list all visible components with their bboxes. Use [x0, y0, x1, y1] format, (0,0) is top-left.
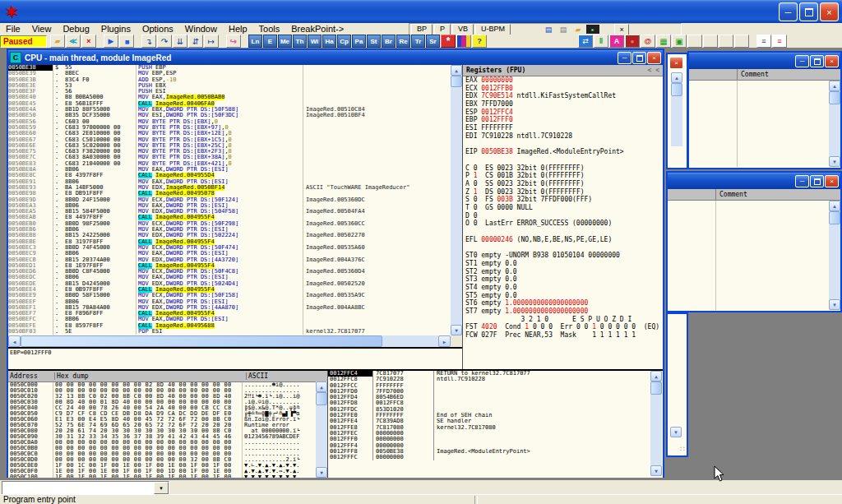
disasm-row[interactable]: 0050BEE9.8B0D 58F15000MOV ECX,DWORD PTR …: [8, 293, 451, 298]
dump-row[interactable]: 0050C08020 20 61 74 20 30 30 30 30 30 30…: [8, 428, 327, 434]
register-line[interactable]: EIP 0050BE38 ImageRed.<ModuleEntryPoint>: [465, 148, 663, 156]
register-line[interactable]: S 0 FS 003B 32bit 7FFDF000(FFF): [465, 196, 663, 204]
register-line[interactable]: A 0 SS 0023 32bit 0(FFFFFFFF): [465, 180, 663, 188]
patches-button[interactable]: Pa: [352, 35, 366, 48]
breakpoint-dot-button[interactable]: ●: [625, 35, 640, 48]
command-input[interactable]: [2, 482, 154, 494]
dump-row[interactable]: 0050C060E1 E3 00 E4 E5 8D 40 00 45 72 72…: [8, 417, 327, 423]
restore-button[interactable]: [799, 2, 818, 21]
call-stack-button[interactable]: St: [367, 35, 381, 48]
comment1-maximize-button[interactable]: [810, 55, 824, 67]
ubpm-button[interactable]: U-BPM: [475, 24, 511, 35]
scroll-thumb[interactable]: [671, 83, 682, 96]
register-line[interactable]: ST3 empty 0.0: [465, 275, 663, 284]
scroll-up-icon[interactable]: ▲: [650, 371, 662, 381]
console-icon[interactable]: ▸: [586, 25, 599, 34]
scroll-up-icon[interactable]: ▲: [671, 72, 682, 83]
disasm-row[interactable]: 0050BE9D.8B0D 24F15000MOV ECX,DWORD PTR …: [8, 197, 451, 203]
cpu-restore-button[interactable]: [632, 52, 646, 64]
log-window-button[interactable]: Ln: [248, 35, 262, 48]
execute-till-return-button[interactable]: ↦: [204, 35, 219, 48]
disasm-row[interactable]: 0050BEA3.8B06MOV EAX,DWORD PTR DS:[ESI]: [8, 203, 451, 209]
register-line[interactable]: 3 2 1 0 E S P U O Z D I: [465, 316, 663, 324]
resize-grip[interactable]: ∷: [680, 445, 685, 453]
scroll-thumb[interactable]: [650, 381, 662, 395]
scroll-up-icon[interactable]: ▲: [829, 81, 840, 91]
help-button[interactable]: ?: [472, 35, 487, 48]
go-to-button[interactable]: ↪: [226, 35, 241, 48]
combobox-dropdown-icon[interactable]: ▼: [154, 482, 169, 494]
dump-row[interactable]: 0050C0A000 00 00 00 00 00 00 00 00 00 00…: [8, 440, 327, 446]
disasm-row[interactable]: 0050BECB.8B15 20374A00MOV EDX,DWORD PTR …: [8, 257, 451, 263]
register-line[interactable]: EAX 00000000: [465, 76, 663, 85]
dump-row[interactable]: 0050C0C000 00 00 00 00 00 00 00 00 00 00…: [8, 451, 327, 457]
register-line[interactable]: ST5 empty 0.0: [465, 292, 663, 300]
disasm-row[interactable]: 0050BEF1.8B15 70A84A00MOV EDX,DWORD PTR …: [8, 305, 451, 311]
disasm-row[interactable]: 0050BE75.C683 F3020000 00MOV BYTE PTR DS…: [8, 149, 451, 155]
disasm-row[interactable]: 0050BE8A.8B06MOV EAX,DWORD PTR DS:[ESI]: [8, 167, 451, 173]
scroll-left-icon[interactable]: ◀: [8, 335, 21, 347]
comment1-body[interactable]: ▲ ▼: [689, 81, 840, 167]
dump-row[interactable]: 0050C01000 00 00 00 00 00 00 00 00 00 00…: [8, 388, 327, 394]
info-pane[interactable]: EBP=0012FFF0: [8, 347, 462, 369]
log-list-button[interactable]: ≡: [756, 35, 771, 48]
dump-vscrollbar[interactable]: ▲ ▼: [316, 381, 327, 478]
register-line[interactable]: ST1 empty 0.0: [465, 260, 663, 268]
scroll-down-icon[interactable]: ▼: [451, 325, 462, 335]
menu-help[interactable]: Help: [223, 24, 253, 35]
register-line[interactable]: ESI FFFFFFFF: [465, 124, 663, 132]
disasm-row[interactable]: 0050BE60.C683 2E010000 00MOV BYTE PTR DS…: [8, 131, 451, 136]
cluster-close-button[interactable]: ×: [614, 24, 629, 35]
appearance-button[interactable]: [456, 35, 471, 48]
scroll-down-icon[interactable]: ▼: [670, 427, 682, 437]
scroll-up-icon[interactable]: ▲: [316, 381, 327, 392]
register-line[interactable]: T 0 GS 0000 NULL: [465, 204, 663, 212]
register-line[interactable]: D 0: [465, 212, 663, 220]
restart-button[interactable]: ≪: [66, 35, 81, 48]
disasm-row[interactable]: 0050BEC3.8B0D 74F45000MOV ECX,DWORD PTR …: [8, 245, 451, 251]
scroll-thumb[interactable]: [21, 335, 382, 347]
comment1-minimize-button[interactable]: ─: [795, 55, 809, 67]
comment2-minimize-button[interactable]: ─: [795, 175, 809, 187]
run-button[interactable]: ▶: [104, 35, 118, 48]
disasm-row[interactable]: 0050BEA5.8B15 584F5000MOV EDX,DWORD PTR …: [8, 209, 451, 215]
disasm-row[interactable]: 0050BEE4.E8 0B97F8FFCALL ImageRed.004955…: [8, 287, 451, 293]
register-line[interactable]: O 0 LastErr ERROR_SUCCESS (00000000): [465, 220, 663, 228]
comment2-body[interactable]: ▲ ▼: [668, 201, 840, 310]
disasm-row[interactable]: 0050BEFC.8B06MOV EAX,DWORD PTR DS:[ESI]: [8, 317, 451, 322]
scroll-down-icon[interactable]: ▼: [829, 299, 840, 310]
disasm-row[interactable]: 0050BEEF.8B06MOV EAX,DWORD PTR DS:[ESI]: [8, 299, 451, 305]
close-button[interactable]: ×: [820, 2, 839, 21]
p-button[interactable]: P: [434, 24, 451, 35]
disasm-row[interactable]: 0050BE3B.83C4 F0ADD ESP,-10: [8, 77, 451, 83]
menu-window[interactable]: Window: [179, 24, 223, 35]
comment2-close-button[interactable]: ×: [825, 175, 839, 187]
disasm-row[interactable]: 0050BE8C.E8 4397F8FFCALL ImageRed.004955…: [8, 173, 451, 178]
dump-row[interactable]: 0050C0F01E 00 1F 00 1E 00 1F 00 1F 00 1D…: [8, 469, 327, 474]
comment1-vscrollbar[interactable]: ▲ ▼: [829, 81, 840, 167]
trace-spiral-button[interactable]: @: [641, 35, 655, 48]
scroll-right-icon[interactable]: ▶: [438, 335, 451, 347]
register-line[interactable]: ST4 empty 0.0: [465, 284, 663, 292]
comment1-close-button[interactable]: ×: [825, 55, 839, 67]
dump-row[interactable]: 0050C09030 31 32 33 34 35 36 37 38 39 41…: [8, 434, 327, 440]
handles-button[interactable]: Ha: [322, 35, 336, 48]
scroll-thumb[interactable]: [829, 91, 840, 104]
disasm-row[interactable]: 0050BE38$55PUSH EBP: [8, 65, 451, 71]
run-trace-button[interactable]: Tr: [411, 35, 425, 48]
comment2-vscrollbar[interactable]: ▲ ▼: [829, 201, 840, 310]
disasm-row[interactable]: 0050BE3F.56PUSH ESI: [8, 89, 451, 95]
register-line[interactable]: [465, 228, 663, 236]
pause-button[interactable]: ▮▮: [119, 35, 134, 48]
open-file-button[interactable]: ▰: [50, 35, 65, 48]
register-line[interactable]: ECX 0012FFB0: [465, 85, 663, 93]
disasm-row[interactable]: 0050BE45.E8 56B1EFFFCALL ImageRed.00406F…: [8, 101, 451, 107]
dump-row[interactable]: 0050C050C9 D7 CF C8 CD CE DB D8 DA D9 CA…: [8, 411, 327, 417]
cpu-titlebar[interactable]: C CPU - main thread, module ImageRed ─ ×: [8, 50, 663, 65]
bp-button[interactable]: BP: [411, 24, 433, 35]
disasm-row[interactable]: 0050BE3E.53PUSH EBX: [8, 83, 451, 89]
memory-grid-button[interactable]: ▦: [656, 35, 671, 48]
animate-over-button[interactable]: ⇵: [188, 35, 203, 48]
disasm-row[interactable]: 0050BEF7.E8 F896F8FFCALL ImageRed.004955…: [8, 311, 451, 317]
step-into-button[interactable]: ↴: [141, 35, 156, 48]
